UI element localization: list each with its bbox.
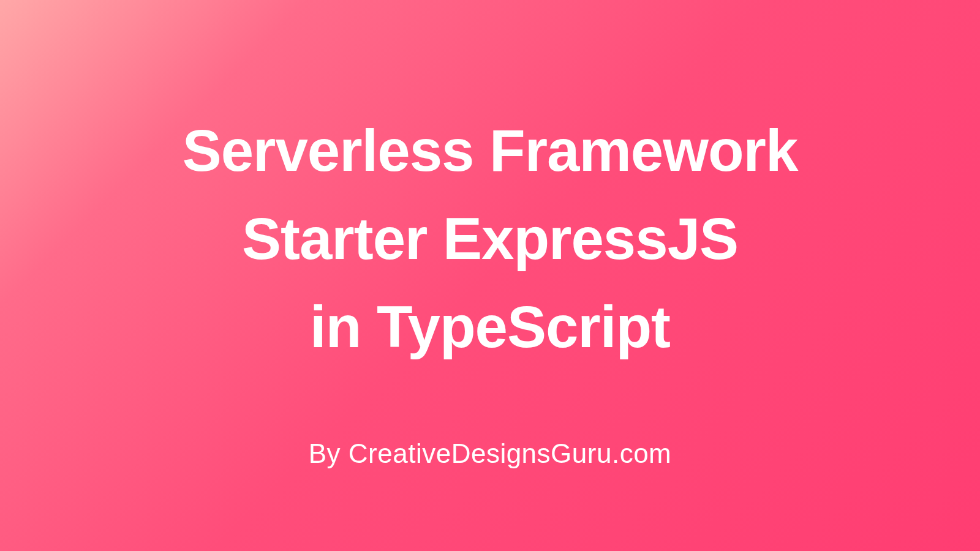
banner-card: Serverless Framework Starter ExpressJS i… [0, 0, 980, 551]
banner-title: Serverless Framework Starter ExpressJS i… [183, 107, 798, 371]
byline-text: By CreativeDesignsGuru.com [309, 438, 672, 469]
title-line-1: Serverless Framework [183, 118, 798, 183]
title-line-3: in TypeScript [310, 294, 670, 359]
title-line-2: Starter ExpressJS [242, 206, 738, 271]
